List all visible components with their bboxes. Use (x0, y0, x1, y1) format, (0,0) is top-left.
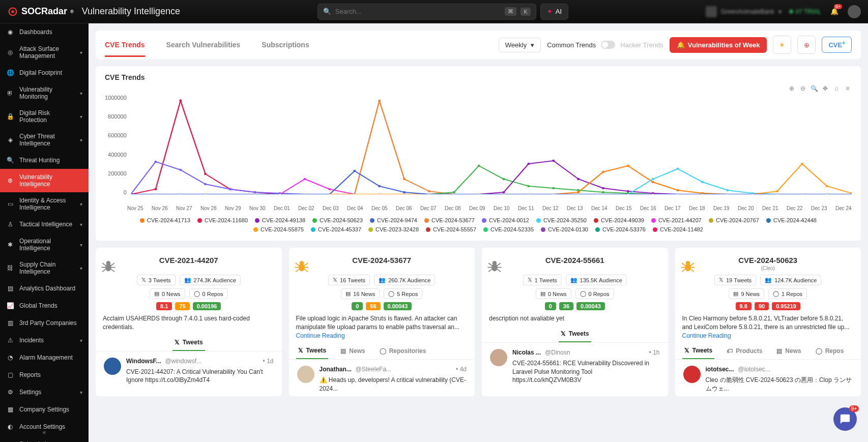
notifications-button[interactable]: 🔔 9+ (828, 6, 841, 18)
legend-item[interactable]: CVE-2024-9474 (370, 217, 417, 223)
legend-item[interactable]: CVE-2024-11680 (197, 217, 248, 223)
card-tab-news[interactable]: ▤News (338, 343, 367, 359)
sidebar-item-label: Supply Chain Intelligence (19, 261, 75, 275)
tab-cve-trends[interactable]: CVE Trends (105, 38, 145, 52)
sun-icon-button[interactable]: ☀ (773, 36, 791, 54)
card-tab-tweets[interactable]: 𝕏Tweets (682, 343, 715, 359)
zoom-out-icon[interactable]: ⊖ (799, 84, 807, 93)
legend-item[interactable]: CVE-2024-49039 (594, 217, 644, 223)
spider-icon (679, 258, 697, 275)
trend-toggle[interactable]: Common Trends Hacker Trends (547, 41, 663, 49)
tab-search-vulnerabilities[interactable]: Search Vulnerabilities (166, 38, 241, 52)
range-dropdown[interactable]: Weekly ▾ (499, 38, 541, 52)
user-avatar[interactable] (848, 5, 861, 18)
legend-item[interactable]: CVE-2024-55557 (426, 226, 476, 232)
sidebar-item--rd-party-companies[interactable]: ▥3rd Party Companies (0, 314, 89, 332)
svg-point-305 (205, 194, 207, 195)
svg-point-3 (154, 188, 157, 190)
cve-badge-button[interactable]: CVE+ (822, 37, 852, 52)
svg-point-203 (651, 181, 654, 183)
ai-button[interactable]: ✦ AI (540, 4, 568, 20)
cve-id[interactable]: CVE-2024-55661 (489, 256, 661, 264)
sidebar-item-threat-hunting[interactable]: 🔍Threat Hunting (0, 152, 89, 169)
card-tab-news[interactable]: ▤News (774, 343, 803, 359)
sidebar-item-label: 3rd Party Companies (19, 319, 77, 327)
sidebar-item-attack-surface-management[interactable]: ◎Attack Surface Management▾ (0, 41, 89, 64)
cve-id[interactable]: CVE-2021-44207 (103, 256, 275, 264)
tab-subscriptions[interactable]: Subscriptions (262, 38, 309, 52)
menu-icon[interactable]: ≡ (844, 84, 852, 93)
sidebar-item-analytics-dashboard[interactable]: ▤Analytics Dashboard (0, 280, 89, 297)
legend-item[interactable]: CVE-2024-53376 (595, 226, 646, 232)
sidebar-item-cyber-threat-intelligence[interactable]: ◈Cyber Threat Intelligence▾ (0, 128, 89, 152)
legend-item[interactable]: CVE-2024-0012 (482, 217, 529, 223)
legend-item[interactable]: CVE-2024-42448 (766, 217, 817, 223)
home-icon[interactable]: ⌂ (832, 84, 841, 93)
switch[interactable] (601, 41, 615, 49)
card-tab-tweets[interactable]: 𝕏Tweets (296, 343, 329, 359)
card-tab-tweets[interactable]: 𝕏Tweets (559, 326, 591, 342)
legend-item[interactable]: CVE-2024-49138 (255, 217, 305, 223)
org-selector[interactable]: GreenAnimateBank ▾ (706, 6, 782, 17)
chart-plot[interactable] (131, 93, 852, 204)
collapse-sidebar-button[interactable]: « (0, 426, 89, 439)
legend-item[interactable]: CVE-2021-44207 (651, 217, 702, 223)
legend-item[interactable]: CVE-2024-55875 (253, 226, 304, 232)
sidebar-item-company-settings[interactable]: ▦Company Settings (0, 401, 89, 418)
cve-id[interactable]: CVE-2024-50623 (682, 256, 854, 264)
zoom-in-icon[interactable]: ⊕ (788, 84, 796, 93)
tweet-item[interactable]: Jonathan...@SteeleFa...• 4d⚠️ Heads up, … (296, 360, 468, 396)
global-search[interactable]: 🔍 ⌘ K (317, 4, 536, 20)
card-tab-products[interactable]: 🏷Products (725, 343, 764, 359)
help-fab[interactable]: 9+ (833, 407, 857, 431)
sidebar-item-digital-footprint[interactable]: 🌐Digital Footprint (0, 64, 89, 81)
tweet-item[interactable]: Nicolas ...@Dinosn• 1hCVE-2024-55661: RC… (489, 343, 661, 388)
legend-item[interactable]: CVE-2024-11482 (653, 226, 703, 232)
legend-item[interactable]: CVE-2024-41713 (140, 217, 190, 223)
cve-id[interactable]: CVE-2024-53677 (296, 256, 468, 264)
sidebar-item-reports[interactable]: ▢Reports (0, 366, 89, 384)
svg-point-283 (403, 191, 406, 193)
stat-chip: ◯0 Repos (189, 288, 228, 299)
sidebar-item-settings[interactable]: ⚙Settings▾ (0, 384, 89, 401)
sidebar-item-global-trends[interactable]: 📈Global Trends (0, 297, 89, 314)
cog-icon: ⚙ (6, 388, 14, 396)
card-tab-repositories[interactable]: ◯Repositories (378, 343, 428, 359)
sidebar-item-operational-intelligence[interactable]: ✱Operational Intelligence▾ (0, 233, 89, 256)
legend-item[interactable]: CVE-2024-53677 (424, 217, 475, 223)
legend-item[interactable]: CVE-2024-52335 (483, 226, 534, 232)
search-input[interactable] (335, 8, 501, 15)
sidebar-item-tactical-intelligence[interactable]: ♙Tactical Intelligence▾ (0, 216, 89, 233)
tweet-handle: @SteeleFa... (356, 366, 391, 373)
sidebar-item-identity-access-intelligence[interactable]: ▭Identity & Access Intelligence▾ (0, 192, 89, 216)
sidebar-item-alarm-management[interactable]: ◔Alarm Management (0, 349, 89, 366)
sidebar-item-digital-risk-protection[interactable]: 🔒Digital Risk Protection▾ (0, 105, 89, 128)
sidebar-item-dashboards[interactable]: ◉Dashboards (0, 23, 89, 41)
legend-item[interactable]: CVE-2024-45337 (311, 226, 361, 232)
legend-item[interactable]: CVE-2024-0130 (541, 226, 588, 232)
legend-item[interactable]: CVE-2023-32428 (368, 226, 419, 232)
add-button[interactable]: ⊕ (797, 36, 816, 54)
svg-point-328 (776, 194, 778, 195)
sidebar-item-vulnerability-intelligence[interactable]: ⊛Vulnerability Intelligence (0, 169, 89, 192)
pan-icon[interactable]: ✥ (821, 84, 829, 93)
trial-badge[interactable]: ✚#7 TRIAL (789, 8, 821, 15)
legend-item[interactable]: CVE-2024-35250 (536, 217, 587, 223)
tweet-item[interactable]: WindowsF...@windowsf...• 1dCVE-2021-4420… (103, 351, 275, 388)
continue-reading-link[interactable]: Continue Reading (682, 332, 731, 339)
tweet-item[interactable]: iototsec...@iototsec...Cleo の脆弱性 CVE-202… (682, 360, 854, 396)
legend-item[interactable]: CVE-2024-50623 (312, 217, 363, 223)
svg-point-339 (686, 261, 689, 265)
svg-point-141 (602, 187, 604, 189)
legend-item[interactable]: CVE-2024-20767 (709, 217, 759, 223)
zoom-select-icon[interactable]: 🔍 (810, 84, 818, 93)
continue-reading-link[interactable]: Continue Reading (296, 332, 345, 339)
card-tab-repos[interactable]: ◯Repos (814, 343, 846, 359)
card-tab-tweets[interactable]: 𝕏Tweets (172, 335, 205, 351)
sidebar-item-vulnerability-monitoring[interactable]: ⛨Vulnerability Monitoring▾ (0, 81, 89, 105)
vulnerabilities-of-week-button[interactable]: 🔔 Vulnerabilities of Week (670, 37, 767, 53)
tweet-body: Cleo の脆弱性 CVE-2024-50623 の悪用：Clop ランサムウェ… (706, 376, 853, 393)
sidebar-item-supply-chain-intelligence[interactable]: ⛓Supply Chain Intelligence▾ (0, 256, 89, 280)
brand-logo[interactable]: SOCRadar® (7, 6, 74, 17)
sidebar-item-incidents[interactable]: ⚠Incidents▾ (0, 332, 89, 349)
